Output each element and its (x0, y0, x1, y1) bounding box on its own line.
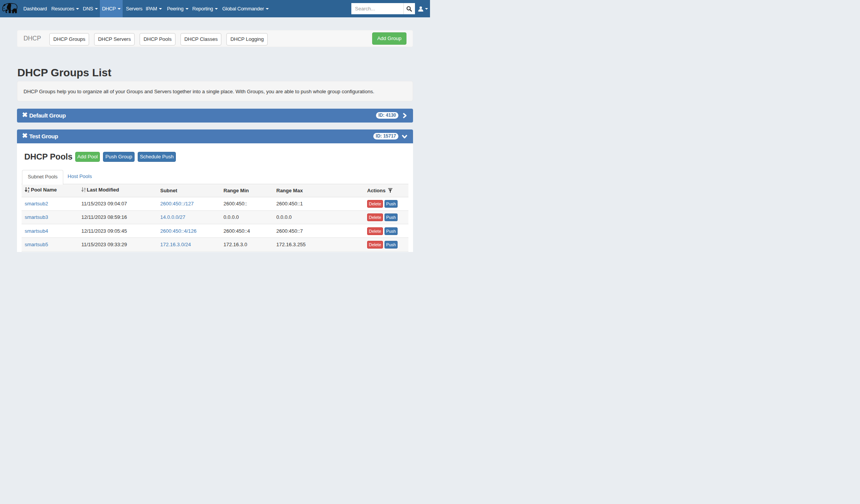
svg-text:Z: Z (28, 190, 29, 193)
svg-text:A: A (28, 187, 30, 190)
